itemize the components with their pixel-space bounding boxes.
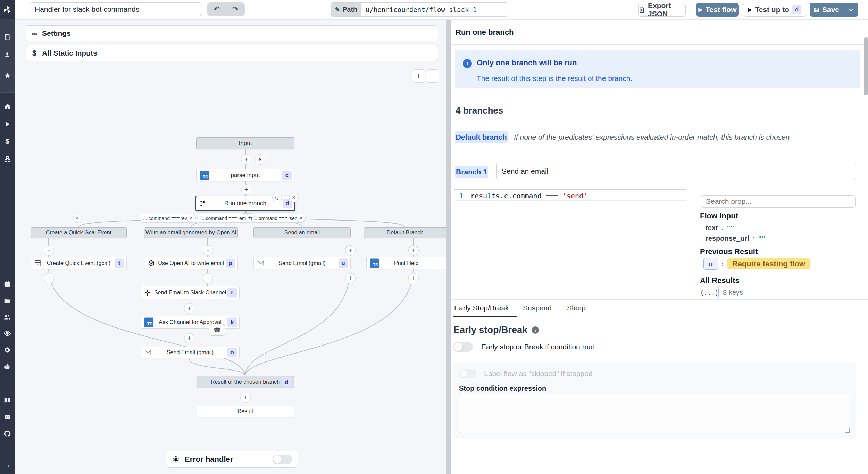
branch-header-openai[interactable]: Write an email generated by Open AI <box>144 227 238 238</box>
branches-heading: 4 branches <box>456 105 503 116</box>
save-button[interactable]: Save <box>810 3 843 17</box>
node-openai-step[interactable]: Use Open AI to write email p <box>144 257 238 269</box>
test-flow-button[interactable]: ▶ Test flow <box>696 3 739 17</box>
flow-input-heading: Flow Input <box>700 211 738 221</box>
all-results-heading: All Results <box>700 276 740 285</box>
sidebar-item-workspace[interactable] <box>0 33 15 41</box>
branch-predicate-label[interactable]: ...ommand === 'send' <box>252 214 303 223</box>
predicate-code-editor[interactable]: 1 results.c.command === 'send' <box>454 189 686 302</box>
branch-header-gcal[interactable]: Create a Quick Gcal Event <box>31 227 127 238</box>
default-branch-chip: Default branch <box>455 131 508 143</box>
add-step-button[interactable]: + <box>345 245 356 256</box>
chevron-down-icon <box>848 7 854 13</box>
delete-branch-button[interactable]: × <box>187 214 196 223</box>
label-skipped-toggle[interactable] <box>459 369 476 378</box>
app-sidebar: $ → <box>0 0 15 474</box>
branch-header-send-email[interactable]: Send an email <box>253 227 351 238</box>
prop-row-text[interactable]: text:"" <box>706 224 734 232</box>
add-step-button[interactable]: + <box>184 333 194 343</box>
node-gmail-step-2[interactable]: Send Email (gmail) o <box>141 347 240 358</box>
panel-splitter[interactable] <box>446 19 451 474</box>
add-step-button[interactable]: + <box>408 245 419 256</box>
node-parse-input[interactable]: TS parse input c <box>196 169 294 181</box>
add-step-button[interactable]: + <box>44 273 54 283</box>
add-step-button[interactable]: + <box>203 273 213 283</box>
error-handler-toggle[interactable] <box>273 455 292 464</box>
flow-title-input[interactable] <box>30 2 202 16</box>
save-more-button[interactable] <box>843 3 858 17</box>
stop-condition-section: Label flow as "skipped" if stopped Stop … <box>453 362 856 439</box>
branch-compare-icon[interactable]: ⇆ <box>245 213 255 223</box>
edit-path-button[interactable]: ✎ Path <box>331 3 361 16</box>
search-prop-input[interactable] <box>701 195 856 208</box>
redo-button[interactable]: ↷ <box>226 2 245 16</box>
add-step-button[interactable]: + <box>241 184 251 195</box>
sidebar-item-home[interactable] <box>0 102 15 110</box>
tab-early-stop-break[interactable]: Early Stop/Break <box>454 304 509 312</box>
zoom-in-button[interactable]: + <box>412 69 425 83</box>
branch-header-default[interactable]: Default Branch <box>364 227 446 238</box>
step-detail-panel: Run one branch i Only one branch will be… <box>451 19 868 474</box>
add-step-button[interactable]: + <box>408 273 419 283</box>
resize-handle[interactable] <box>845 428 850 433</box>
sidebar-item-runs[interactable] <box>0 120 15 128</box>
sidebar-item-workers[interactable] <box>0 363 15 371</box>
zoom-out-button[interactable]: − <box>426 69 439 83</box>
add-step-button[interactable]: + <box>184 303 194 314</box>
tab-suspend[interactable]: Suspend <box>523 304 552 312</box>
path-input[interactable] <box>361 3 508 16</box>
expand-sidebar-button[interactable]: → <box>0 460 15 469</box>
object-expand-badge[interactable]: {...} <box>700 287 719 298</box>
branch1-summary-input[interactable] <box>496 163 856 180</box>
move-step-button[interactable] <box>272 193 282 202</box>
sidebar-item-groups[interactable] <box>0 313 15 322</box>
delete-branch-button[interactable]: × <box>73 214 82 223</box>
step-id-badge: t <box>115 258 124 268</box>
trigger-bolt-button[interactable] <box>255 154 265 165</box>
prev-step-badge[interactable]: u <box>703 258 718 270</box>
node-print-help-step[interactable]: TS Print Help <box>366 257 446 269</box>
tab-sleep[interactable]: Sleep <box>567 304 586 312</box>
prop-row-response-url[interactable]: response_url:"" <box>706 234 766 242</box>
node-label: Send Email to Slack Channel <box>154 290 226 296</box>
branch-header-label: Default Branch <box>387 230 424 236</box>
sidebar-item-folders[interactable] <box>0 297 15 305</box>
delete-branch-button[interactable]: × <box>297 214 306 223</box>
add-step-button[interactable]: + <box>241 154 251 165</box>
node-gcal-step[interactable]: 31 Create Quick Event (gcal) t <box>31 257 127 269</box>
sidebar-item-audit-logs[interactable] <box>0 329 15 338</box>
test-up-to-button[interactable]: ▶ Test up to d <box>743 3 806 17</box>
sidebar-item-user[interactable] <box>0 51 15 59</box>
node-input[interactable]: Input <box>196 137 294 149</box>
active-tab-underline <box>453 316 517 317</box>
flow-canvas[interactable]: Settings $ All Static Inputs + − <box>15 19 446 474</box>
node-gmail-step[interactable]: Send Email (gmail) u <box>253 257 351 269</box>
add-step-button[interactable]: + <box>44 245 54 256</box>
sidebar-item-schedules[interactable] <box>0 280 15 288</box>
prop-name: text <box>706 224 718 232</box>
sidebar-item-favorites[interactable] <box>0 71 15 80</box>
sidebar-item-github[interactable] <box>0 430 15 438</box>
sidebar-item-variables[interactable]: $ <box>0 137 15 145</box>
prop-picker-panel: Flow Input text:"" response_url:"" Previ… <box>697 189 862 299</box>
add-step-button[interactable]: + <box>345 273 356 283</box>
node-result-branch[interactable]: Result of the chosen branch d <box>197 376 294 388</box>
add-step-button[interactable]: + <box>203 245 213 256</box>
node-result[interactable]: Result <box>197 406 294 417</box>
sidebar-item-settings[interactable] <box>0 346 15 354</box>
undo-button[interactable]: ↶ <box>207 2 226 16</box>
sidebar-item-discord[interactable] <box>0 413 15 421</box>
stop-condition-textarea[interactable] <box>459 394 850 433</box>
sidebar-item-resources[interactable] <box>0 155 15 163</box>
node-slack-step[interactable]: Send Email to Slack Channel r <box>141 286 240 299</box>
panel-scrollbar-thumb[interactable] <box>864 37 868 95</box>
add-step-button[interactable]: + <box>240 393 251 403</box>
early-stop-toggle[interactable] <box>453 342 473 352</box>
windmill-logo[interactable] <box>0 0 15 19</box>
suspend-approval-icon: ☎ <box>209 324 225 336</box>
previous-result-heading: Previous Result <box>700 247 758 256</box>
delete-step-button[interactable]: × <box>289 193 299 202</box>
sidebar-item-docs[interactable] <box>0 396 15 405</box>
error-handler-card[interactable]: Error handler <box>166 451 298 468</box>
export-json-button[interactable]: Export JSON <box>638 3 686 17</box>
